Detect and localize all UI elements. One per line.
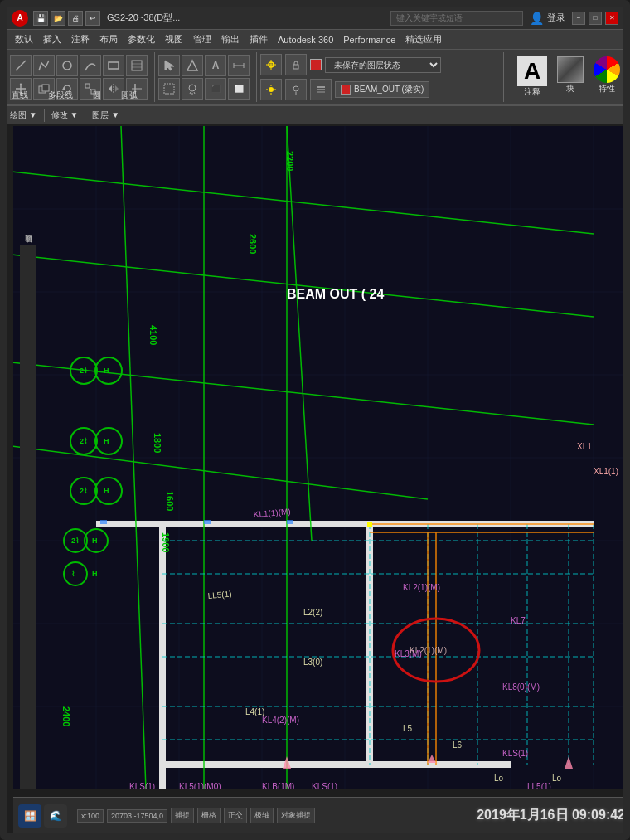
- menu-item-charu[interactable]: 插入: [38, 30, 66, 50]
- svg-text:KL2(1)(M): KL2(1)(M): [410, 646, 447, 655]
- svg-text:1800: 1800: [153, 433, 162, 453]
- layer-freeze-btn[interactable]: [260, 54, 282, 75]
- svg-rect-40: [317, 86, 325, 88]
- svg-text:L3(0): L3(0): [303, 658, 322, 667]
- svg-text:1600: 1600: [165, 491, 175, 511]
- sun-icon-btn[interactable]: [260, 79, 282, 100]
- line-tool-btn[interactable]: [10, 55, 32, 76]
- layer-section-label: 图层 ▼: [92, 109, 119, 121]
- menu-item-shuren[interactable]: 数认: [10, 30, 38, 50]
- toolbar-div-2: [256, 52, 257, 102]
- svg-point-33: [269, 87, 274, 92]
- scale-btn[interactable]: x:100: [77, 809, 104, 823]
- svg-line-27: [190, 92, 191, 94]
- select-btn[interactable]: [158, 55, 180, 76]
- snap-btn[interactable]: 捕捉: [171, 808, 194, 823]
- svg-text:2⌇: 2⌇: [71, 537, 79, 545]
- rect-select-btn[interactable]: [158, 78, 180, 100]
- rect-tool-btn[interactable]: [103, 55, 124, 76]
- taskbar-icon-1[interactable]: 🪟: [18, 804, 41, 828]
- polyline-tool-btn[interactable]: [33, 55, 55, 76]
- annotation-A-icon[interactable]: A: [517, 56, 547, 86]
- svg-text:2⌇: 2⌇: [80, 487, 87, 495]
- taskbar-icon-2[interactable]: 🌊: [44, 804, 67, 828]
- layer-lock-btn[interactable]: [285, 54, 307, 75]
- osnap-btn[interactable]: 对象捕捉: [277, 808, 315, 823]
- block-label: 块: [566, 83, 574, 95]
- menu-item-zhushi[interactable]: 注释: [66, 30, 94, 50]
- menu-item-canshufua[interactable]: 参数化: [123, 30, 160, 50]
- status-bar: 🪟 🌊 x:100 20703,-17504,0 捕捉 栅格 正交 极轴 对象捕…: [13, 797, 623, 833]
- quick-print-btn[interactable]: 🖨: [68, 11, 83, 26]
- menu-item-buju[interactable]: 布局: [94, 30, 123, 50]
- arc-tool-btn[interactable]: [80, 55, 101, 76]
- bulb-icon-btn[interactable]: [285, 79, 307, 100]
- annotation-label: 注释: [524, 86, 540, 98]
- svg-text:L4(1): L4(1): [245, 707, 264, 716]
- menu-bar: 数认 插入 注释 布局 参数化 视图 管理 输出 插件 Autodesk 360…: [7, 30, 623, 50]
- quick-open-btn[interactable]: 📂: [51, 11, 65, 26]
- svg-point-38: [293, 86, 298, 91]
- triangle-btn[interactable]: [182, 55, 203, 76]
- login-area[interactable]: 👤 登录: [530, 12, 565, 25]
- status-datetime: 2019年1月16日 09:09:42: [477, 807, 623, 824]
- svg-rect-11: [85, 84, 90, 88]
- layer-status-select[interactable]: 未保存的图层状态: [325, 57, 441, 73]
- light-btn[interactable]: [182, 78, 203, 100]
- grid-btn[interactable]: 栅格: [197, 808, 220, 823]
- menu-item-shuchu[interactable]: 输出: [216, 30, 245, 50]
- svg-rect-42: [317, 91, 325, 93]
- cad-drawing-area[interactable]: KL1(1)(M) KL2(1)(M) KL3(M) KL4(2)(M) KL5…: [13, 126, 623, 789]
- circle-tool-btn[interactable]: [56, 55, 78, 76]
- menu-item-autodesk[interactable]: Autodesk 360: [273, 30, 338, 50]
- close-btn[interactable]: ✕: [605, 12, 618, 25]
- extra-btn2[interactable]: ⬛: [205, 78, 226, 100]
- layer-color-swatch[interactable]: [310, 59, 322, 70]
- layer-bar: 绘图 ▼ 修改 ▼ 图层 ▼: [7, 106, 623, 124]
- svg-text:KL4(2)(M): KL4(2)(M): [262, 716, 299, 725]
- menu-item-jingxuan[interactable]: 精选应用: [400, 30, 447, 50]
- svg-point-25: [189, 85, 196, 91]
- menu-item-chajian[interactable]: 插件: [245, 30, 273, 50]
- svg-text:KLS(1): KLS(1): [129, 782, 155, 789]
- svg-text:L2(2): L2(2): [303, 608, 322, 617]
- menu-item-guanli[interactable]: 管理: [188, 30, 216, 50]
- svg-text:Lo: Lo: [552, 774, 562, 783]
- svg-text:L6: L6: [453, 740, 463, 750]
- minimize-btn[interactable]: −: [572, 12, 585, 25]
- svg-rect-142: [100, 520, 107, 524]
- text-btn[interactable]: A: [205, 55, 226, 76]
- svg-rect-41: [317, 89, 325, 90]
- menu-item-performance[interactable]: Performance: [338, 30, 400, 50]
- annotation-block: A 注释: [517, 56, 547, 98]
- undo-btn[interactable]: ↩: [85, 11, 100, 26]
- properties-icon-visual[interactable]: [594, 56, 620, 83]
- menu-item-shitu[interactable]: 视图: [160, 30, 188, 50]
- quick-save-btn[interactable]: 💾: [33, 11, 48, 26]
- svg-rect-143: [204, 520, 211, 524]
- properties-icon-group: 特性: [594, 56, 620, 95]
- svg-text:KL8(0)(M): KL8(0)(M): [502, 682, 540, 692]
- maximize-btn[interactable]: □: [589, 12, 602, 25]
- svg-text:2200: 2200: [285, 151, 295, 171]
- beam-color-swatch: [341, 85, 351, 95]
- svg-text:1900: 1900: [161, 532, 171, 552]
- polyline-label: 多段线: [46, 90, 75, 101]
- svg-text:BEAM OUT ( 24: BEAM OUT ( 24: [287, 287, 384, 301]
- layer-icon-btn[interactable]: [310, 79, 332, 100]
- ortho-btn[interactable]: 正交: [224, 808, 247, 823]
- svg-text:KL7: KL7: [511, 616, 526, 625]
- layer-row: 未保存的图层状态: [260, 54, 500, 75]
- hatch-tool-btn[interactable]: [126, 55, 148, 76]
- toolbar: 直线 多段线 圆 圆弧 A: [7, 50, 623, 106]
- dim-btn[interactable]: [228, 55, 250, 76]
- toolbar-right: 未保存的图层状态 BEAM_OUT (梁实): [260, 54, 500, 100]
- search-input[interactable]: [390, 11, 523, 26]
- polar-btn[interactable]: 极轴: [250, 808, 274, 823]
- extra-btn3[interactable]: ⬜: [228, 78, 250, 100]
- svg-rect-32: [293, 65, 298, 69]
- svg-text:H: H: [104, 367, 109, 375]
- coords-display: 20703,-17504,0: [107, 809, 167, 823]
- draw-label: 直线: [10, 90, 30, 101]
- block-icon-visual[interactable]: [557, 56, 584, 83]
